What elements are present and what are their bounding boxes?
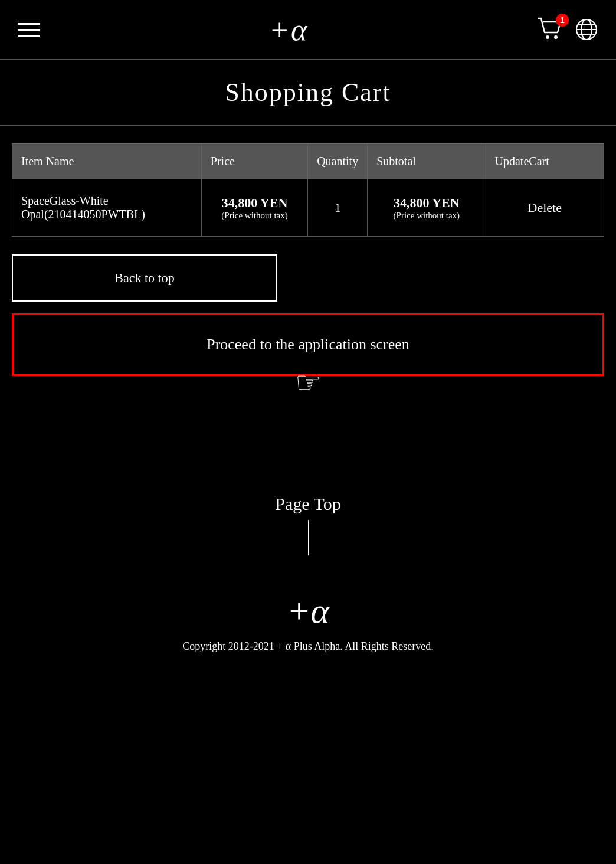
col-header-subtotal: Subtotal [368, 144, 486, 179]
col-header-update-cart: UpdateCart [486, 144, 604, 179]
delete-button[interactable]: Delete [528, 200, 562, 215]
cart-badge: 1 [556, 14, 569, 27]
subtotal-main: 34,800 YEN [376, 195, 476, 211]
subtotal-cell: 34,800 YEN (Price without tax) [368, 179, 486, 237]
page-top-line-decoration [308, 520, 309, 555]
footer: Page Top +α Copyright 2012-2021 + α Plus… [0, 476, 616, 676]
col-header-quantity: Quantity [308, 144, 368, 179]
header-right: 1 [537, 17, 598, 42]
svg-point-0 [546, 35, 549, 39]
price-cell: 34,800 YEN (Price without tax) [201, 179, 307, 237]
site-logo: +α [269, 12, 308, 47]
footer-logo: +α [12, 591, 604, 631]
cart-button[interactable]: 1 [537, 17, 563, 42]
quantity-cell: 1 [308, 179, 368, 237]
item-name-cell: SpaceGlass-White Opal(210414050PWTBL) [12, 179, 202, 237]
subtotal-sub: (Price without tax) [376, 211, 476, 221]
price-sub: (Price without tax) [211, 211, 299, 221]
cart-table: Item Name Price Quantity Subtotal Update… [12, 143, 604, 237]
table-header-row: Item Name Price Quantity Subtotal Update… [12, 144, 604, 179]
update-cart-cell: Delete [486, 179, 604, 237]
hamburger-menu[interactable] [18, 23, 40, 37]
buttons-section: Back to top Proceed to the application s… [12, 254, 604, 376]
cursor-hand-icon: ☞ [295, 365, 322, 400]
footer-copyright: Copyright 2012-2021 + α Plus Alpha. All … [12, 640, 604, 653]
price-main: 34,800 YEN [211, 195, 299, 211]
svg-point-1 [554, 35, 558, 39]
col-header-item-name: Item Name [12, 144, 202, 179]
back-to-top-button[interactable]: Back to top [12, 254, 277, 302]
main-content: Item Name Price Quantity Subtotal Update… [0, 126, 616, 429]
page-title: Shopping Cart [12, 77, 604, 107]
language-icon[interactable] [575, 18, 598, 41]
header: +α 1 [0, 0, 616, 59]
col-header-price: Price [201, 144, 307, 179]
item-name-line1: SpaceGlass-White [21, 194, 192, 208]
item-name-line2: Opal(210414050PWTBL) [21, 208, 192, 221]
page-top-label[interactable]: Page Top [12, 494, 604, 514]
table-row: SpaceGlass-White Opal(210414050PWTBL) 34… [12, 179, 604, 237]
page-title-section: Shopping Cart [0, 60, 616, 126]
